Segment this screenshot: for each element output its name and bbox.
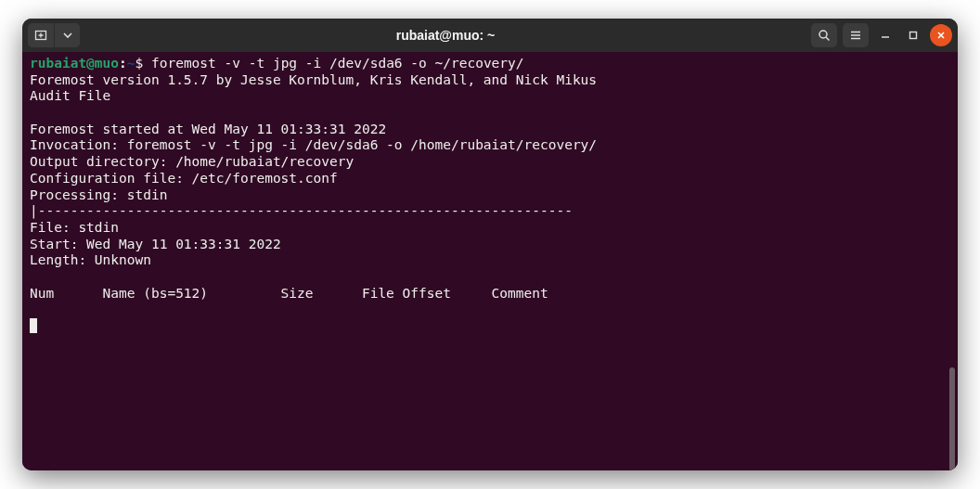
titlebar-left-controls xyxy=(28,23,80,47)
output-line: Foremost started at Wed May 11 01:33:31 … xyxy=(30,122,386,136)
minimize-icon xyxy=(881,31,890,40)
new-tab-group xyxy=(28,23,80,47)
output-line: Processing: stdin xyxy=(30,187,167,202)
terminal-cursor xyxy=(30,318,37,333)
titlebar: rubaiat@muo: ~ xyxy=(22,19,958,52)
output-line: Invocation: foremost -v -t jpg -i /dev/s… xyxy=(30,137,597,152)
prompt-user-host: rubaiat@muo xyxy=(30,56,119,71)
close-button[interactable] xyxy=(930,24,952,46)
output-line xyxy=(30,269,38,284)
output-line: File: stdin xyxy=(30,220,119,235)
terminal-window: rubaiat@muo: ~ rubaiat@muo:~$ foremost -… xyxy=(22,19,958,470)
prompt-colon: : xyxy=(119,56,127,71)
output-line: Num Name (bs=512) Size File Offset Comme… xyxy=(30,286,556,301)
maximize-icon xyxy=(909,31,918,40)
terminal-body[interactable]: rubaiat@muo:~$ foremost -v -t jpg -i /de… xyxy=(22,52,958,470)
close-icon xyxy=(936,31,946,40)
output-line: Start: Wed May 11 01:33:31 2022 xyxy=(30,237,281,251)
window-title: rubaiat@muo: ~ xyxy=(80,28,811,43)
output-line: Output directory: /home/rubaiat/recovery xyxy=(30,154,354,169)
hamburger-icon xyxy=(848,28,863,43)
new-tab-button[interactable] xyxy=(28,23,54,47)
output-line: Configuration file: /etc/foremost.conf xyxy=(30,171,338,186)
output-line: Audit File xyxy=(30,88,110,103)
new-tab-icon xyxy=(33,28,48,43)
search-icon xyxy=(817,28,832,43)
output-line: Foremost version 1.5.7 by Jesse Kornblum… xyxy=(30,72,597,87)
hamburger-menu-button[interactable] xyxy=(843,23,869,47)
svg-point-3 xyxy=(819,31,827,38)
output-line: |---------------------------------------… xyxy=(30,203,573,218)
svg-rect-9 xyxy=(910,32,917,39)
minimize-button[interactable] xyxy=(874,24,896,46)
maximize-button[interactable] xyxy=(902,24,924,46)
chevron-down-icon xyxy=(60,28,75,43)
scrollbar-thumb[interactable] xyxy=(949,367,955,470)
prompt-dollar: $ xyxy=(135,56,144,71)
svg-line-4 xyxy=(826,37,830,41)
output-line: Length: Unknown xyxy=(30,252,151,267)
command-text: foremost -v -t jpg -i /dev/sda6 -o ~/rec… xyxy=(143,56,523,71)
search-button[interactable] xyxy=(811,23,837,47)
new-tab-menu-button[interactable] xyxy=(54,23,80,47)
prompt-path: ~ xyxy=(127,56,135,71)
titlebar-right-controls xyxy=(811,23,952,47)
